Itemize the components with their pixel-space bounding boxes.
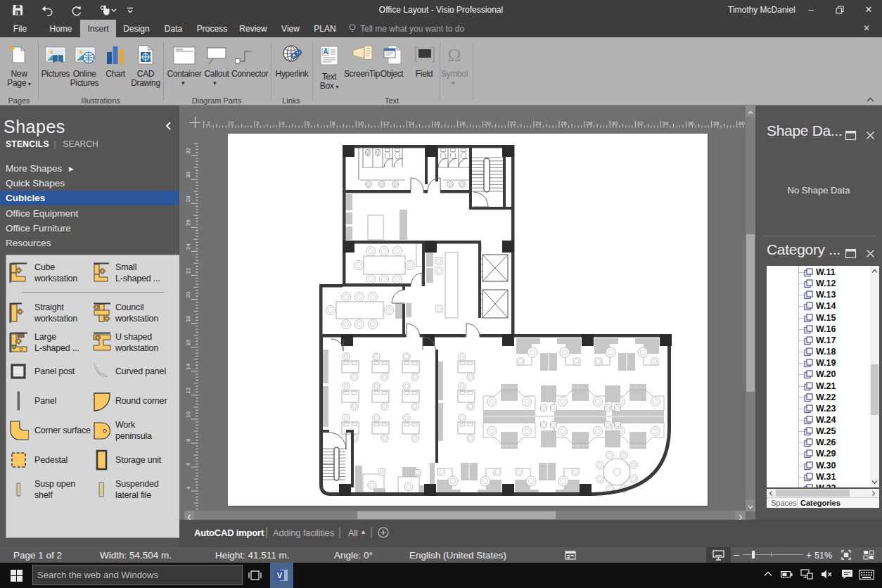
svg-text:6: 6 (185, 462, 191, 466)
svg-text:16: 16 (185, 339, 191, 345)
svg-text:16: 16 (434, 120, 440, 127)
svg-text:18: 18 (459, 120, 466, 127)
svg-text:8: 8 (185, 438, 191, 442)
svg-text:8: 8 (332, 120, 335, 127)
svg-text:22: 22 (510, 120, 516, 127)
svg-text:32: 32 (637, 120, 643, 127)
svg-text:6: 6 (307, 120, 310, 127)
svg-text:14: 14 (408, 120, 414, 127)
svg-text:30: 30 (185, 172, 191, 178)
svg-text:20: 20 (485, 120, 491, 127)
svg-text:26: 26 (561, 120, 567, 127)
svg-text:2: 2 (256, 120, 260, 127)
svg-text:12: 12 (383, 120, 389, 127)
svg-text:40: 40 (739, 120, 745, 127)
svg-text:20: 20 (185, 291, 191, 298)
svg-text:28: 28 (586, 120, 592, 127)
svg-text:Ω: Ω (447, 45, 461, 65)
svg-text:10: 10 (357, 120, 364, 127)
svg-text:30: 30 (611, 120, 618, 127)
svg-text:38: 38 (713, 120, 720, 127)
svg-text:36: 36 (688, 120, 694, 127)
svg-text:V: V (277, 571, 283, 580)
svg-text:14: 14 (185, 363, 191, 369)
svg-text:12: 12 (185, 387, 191, 393)
svg-text:22: 22 (185, 267, 191, 274)
svg-text:10: 10 (185, 411, 191, 417)
svg-text:4: 4 (281, 120, 285, 127)
svg-text:0: 0 (231, 120, 234, 127)
svg-text:4: 4 (185, 486, 191, 490)
svg-text:-2: -2 (205, 120, 211, 127)
svg-text:18: 18 (185, 315, 191, 321)
svg-text:24: 24 (535, 120, 542, 127)
svg-text:34: 34 (662, 120, 668, 127)
svg-text:26: 26 (185, 219, 191, 226)
svg-text:28: 28 (185, 196, 191, 202)
svg-text:A: A (323, 48, 328, 56)
svg-text:32: 32 (185, 148, 191, 154)
svg-text:24: 24 (185, 243, 191, 250)
